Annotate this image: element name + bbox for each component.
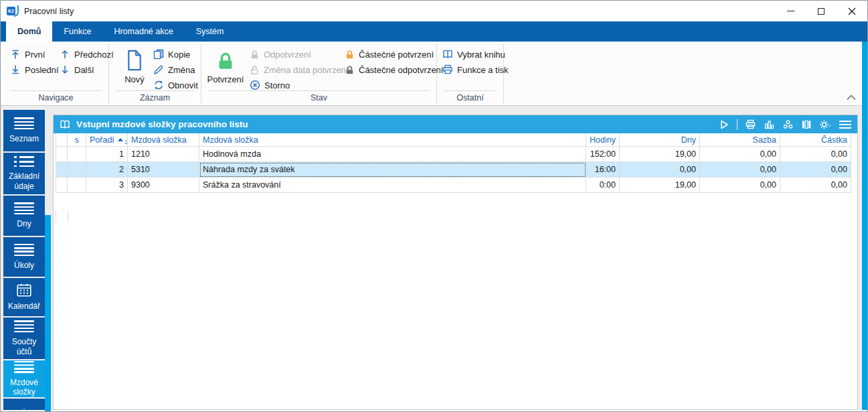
header-castka[interactable]: Částka — [780, 133, 851, 147]
button-label: Částečné potvrzení — [359, 50, 434, 60]
ribbon-button-next[interactable]: Další — [60, 62, 94, 77]
print-button[interactable] — [745, 119, 756, 130]
sidebar-item-attachments[interactable] — [3, 399, 45, 410]
main-area: Seznam Základní údaje Dny Úkoly — [1, 106, 867, 410]
sidebar-item-mzdove-slozky[interactable]: Mzdové složky — [3, 360, 45, 397]
close-icon — [848, 7, 856, 15]
cell-sazba[interactable]: 0,00 — [700, 147, 780, 162]
group-label: Záznam — [109, 93, 201, 102]
cell-s[interactable] — [68, 147, 86, 162]
sidebar-item-dny[interactable]: Dny — [3, 196, 45, 236]
header-label: Pořadí — [90, 135, 114, 145]
run-icon — [719, 119, 729, 130]
cell-code[interactable]: 5310 — [128, 162, 199, 178]
lock-green-icon — [215, 47, 236, 71]
tab-hromadne-akce[interactable]: Hromadné akce — [102, 21, 184, 42]
circle-x-icon — [250, 80, 260, 90]
copy-icon — [153, 49, 164, 60]
payroll-components-table: s Pořadí 1 Mzdová složka Mzdová složka H… — [56, 133, 851, 193]
ribbon-button-copy[interactable]: Kopie — [153, 47, 190, 62]
cell-poradi[interactable]: 3 — [86, 178, 128, 193]
paperclip-icon — [19, 407, 29, 410]
cell-dny[interactable]: 19,00 — [620, 178, 700, 193]
button-label: Funkce a tisk — [457, 65, 509, 75]
sidebar-item-ukoly[interactable]: Úkoly — [3, 237, 45, 277]
cell-dny[interactable]: 0,00 — [620, 162, 700, 178]
minimize-button[interactable] — [775, 1, 806, 21]
table-row[interactable]: 2 5310 Náhrada mzdy za svátek 16:00 0,00… — [56, 162, 851, 178]
refresh-icon — [153, 80, 164, 90]
lock-orange-icon — [345, 50, 355, 60]
run-button[interactable] — [719, 119, 729, 130]
ribbon-group-ostatni: Vybrat knihu Funkce a tisk Ostatní — [437, 44, 504, 104]
button-label: Změna — [168, 65, 195, 75]
panel-menu-button[interactable] — [839, 120, 852, 129]
ribbon-button-partial-confirm[interactable]: Částečné potvrzení — [345, 47, 434, 62]
button-label: Storno — [264, 80, 290, 90]
actions-button[interactable] — [782, 119, 794, 130]
list-icon — [14, 244, 34, 256]
cell-sazba[interactable]: 0,00 — [700, 162, 780, 178]
window-controls — [775, 1, 867, 21]
cell-castka[interactable]: 0,00 — [780, 162, 851, 178]
cell-s[interactable] — [68, 178, 86, 193]
tab-domu[interactable]: Domů — [6, 21, 52, 42]
cell-code[interactable]: 9300 — [128, 178, 199, 193]
cell-hodiny[interactable]: 0:00 — [586, 178, 620, 193]
columns-button[interactable] — [801, 119, 812, 130]
header-poradi[interactable]: Pořadí 1 — [86, 133, 128, 147]
cell-poradi[interactable]: 1 — [86, 147, 128, 162]
header-sazba[interactable]: Sazba — [700, 133, 780, 147]
ribbon-button-confirm[interactable]: Potvrzení — [205, 47, 246, 95]
cell-castka[interactable]: 0,00 — [780, 147, 851, 162]
cell-sazba[interactable]: 0,00 — [700, 178, 780, 193]
table-row[interactable]: 1 1210 Hodinová mzda 152:00 19,00 0,00 0… — [56, 147, 851, 162]
ribbon-button-previous[interactable]: Předchozí — [60, 47, 114, 62]
close-button[interactable] — [837, 1, 867, 21]
arrow-to-bottom-icon — [10, 64, 21, 75]
header-name[interactable]: Mzdová složka — [199, 133, 586, 147]
button-label: Kopie — [168, 50, 190, 60]
sidebar-item-kalendar[interactable]: Kalendář — [3, 278, 45, 316]
right-accent-strip — [862, 42, 867, 410]
ribbon-group-stav: Potvrzení Odpotvrzení Změna data potvrze… — [201, 44, 437, 104]
cell-hodiny[interactable]: 16:00 — [586, 162, 620, 178]
ribbon-button-partial-unconfirm[interactable]: Částečné odpotvrzení — [345, 62, 443, 77]
ribbon-button-select-book[interactable]: Vybrat knihu — [442, 47, 505, 62]
cell-castka[interactable]: 0,00 — [780, 178, 851, 193]
sidebar-item-soucty-uctu[interactable]: Součty účtů — [3, 318, 45, 359]
book-icon — [59, 119, 71, 130]
chart-button[interactable] — [764, 119, 775, 130]
collapse-ribbon-button[interactable] — [847, 94, 857, 101]
cell-poradi[interactable]: 2 — [86, 162, 128, 178]
tab-funkce[interactable]: Funkce — [52, 21, 102, 42]
header-code[interactable]: Mzdová složka — [128, 133, 199, 147]
header-hodiny[interactable]: Hodiny — [586, 133, 620, 147]
cell-code[interactable]: 1210 — [128, 147, 199, 162]
ribbon-button-first[interactable]: První — [10, 47, 45, 62]
settings-button[interactable] — [819, 119, 831, 130]
menu-icon — [839, 120, 852, 129]
cell-hodiny[interactable]: 152:00 — [586, 147, 620, 162]
button-label: Částečné odpotvrzení — [359, 65, 443, 75]
cell-name[interactable]: Náhrada mzdy za svátek — [199, 162, 586, 178]
ribbon-button-last[interactable]: Poslední — [10, 62, 59, 77]
ribbon-button-change-confirm-date: Změna data potvrzení — [250, 62, 348, 77]
table-row[interactable]: 3 9300 Srážka za stravování 0:00 19,00 0… — [56, 178, 851, 193]
sidebar-item-seznam[interactable]: Seznam — [3, 110, 45, 151]
header-s[interactable]: s — [68, 133, 86, 147]
ribbon-button-functions-print[interactable]: Funkce a tisk — [442, 62, 509, 77]
sidebar-item-zakladni-udaje[interactable]: Základní údaje — [3, 153, 45, 194]
document-icon — [126, 47, 143, 71]
cell-name[interactable]: Hodinová mzda — [199, 147, 586, 162]
cell-dny[interactable]: 19,00 — [620, 147, 700, 162]
cell-name[interactable]: Srážka za stravování — [199, 178, 586, 193]
maximize-button[interactable] — [806, 1, 837, 21]
header-dny[interactable]: Dny — [620, 133, 700, 147]
button-label: Poslední — [25, 65, 59, 75]
tab-system[interactable]: Systém — [185, 21, 236, 42]
cell-s[interactable] — [68, 162, 86, 178]
group-label: Navigace — [3, 93, 108, 102]
ribbon-button-new[interactable]: Nový — [117, 47, 152, 95]
ribbon-button-change[interactable]: Změna — [153, 62, 195, 77]
